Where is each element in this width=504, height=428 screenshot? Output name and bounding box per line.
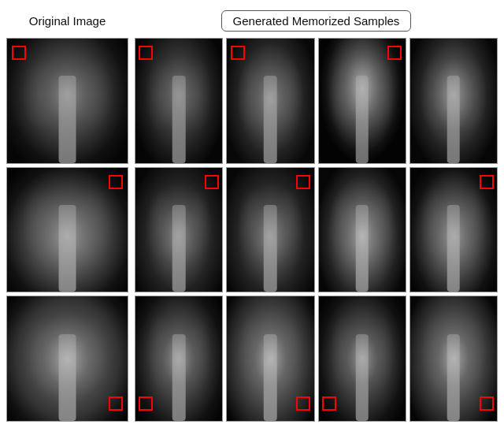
generated-label: Generated Memorized Samples	[221, 10, 412, 32]
right-column: Generated Memorized Samples	[135, 6, 498, 422]
generated-r1-c3	[318, 38, 406, 164]
generated-row-1	[135, 38, 498, 164]
original-header: Original Image	[6, 6, 128, 35]
generated-r2-c4	[410, 167, 498, 293]
generated-r3-c4	[410, 296, 498, 422]
generated-r1-c4	[410, 38, 498, 164]
generated-header: Generated Memorized Samples	[135, 6, 498, 35]
generated-r2-c3	[318, 167, 406, 293]
generated-r2-c2	[226, 167, 314, 293]
left-column: Original Image	[6, 6, 128, 422]
original-xray-row2	[6, 167, 128, 293]
generated-r1-c1	[135, 38, 223, 164]
original-label: Original Image	[29, 14, 106, 28]
generated-r2-c1	[135, 167, 223, 293]
generated-r1-c2	[226, 38, 314, 164]
generated-r3-c2	[226, 296, 314, 422]
generated-row-3	[135, 296, 498, 422]
generated-row-2	[135, 167, 498, 293]
generated-rows	[135, 38, 498, 422]
generated-r3-c3	[318, 296, 406, 422]
main-container: Original Image Generated Memorized Sampl…	[0, 0, 504, 428]
original-xray-row3	[6, 296, 128, 422]
generated-r3-c1	[135, 296, 223, 422]
original-xray-row1	[6, 38, 128, 164]
